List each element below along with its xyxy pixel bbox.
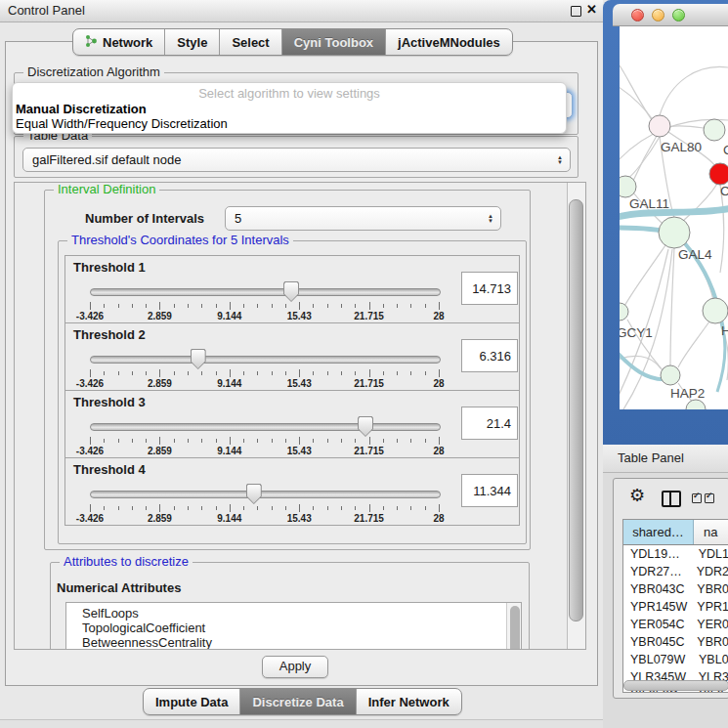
tab-cyni-toolbox[interactable]: Cyni Toolbox <box>281 29 385 55</box>
table-row[interactable]: YBR043CYBR0 <box>623 580 728 598</box>
table-row[interactable]: YDL19…YDL1 <box>623 545 728 563</box>
tab-select[interactable]: Select <box>219 29 280 55</box>
zoom-traffic-light-icon[interactable] <box>672 9 685 21</box>
table-cell[interactable]: YPR145W <box>623 598 691 616</box>
network-node[interactable] <box>620 303 628 321</box>
dropdown-option[interactable]: Manual Discretization <box>13 102 566 116</box>
table-cell[interactable]: YDL1 <box>693 545 728 563</box>
table-cell[interactable]: YDL19… <box>623 545 693 563</box>
gear-icon[interactable]: ⚙ <box>629 485 645 506</box>
dropdown-option[interactable]: Equal Width/Frequency Discretization <box>13 116 566 131</box>
table-data-combobox[interactable]: galFiltered.sif default node ▲▼ <box>22 148 571 172</box>
close-icon[interactable]: ✕ <box>586 2 597 17</box>
threshold-value-field[interactable]: 6.316 <box>461 339 518 372</box>
network-window-frame: GAL80GACGAL11GAL4GCY1HHAP2 <box>603 0 728 445</box>
node-table[interactable]: shared…na YDL19…YDL1YDR27…YDR2YBR043CYBR… <box>622 519 728 693</box>
checkbox-icon[interactable] <box>705 493 714 503</box>
table-cell[interactable]: YBR0 <box>691 633 728 651</box>
dropdown-options: Manual DiscretizationEqual Width/Frequen… <box>13 102 566 131</box>
network-edge[interactable] <box>678 321 709 367</box>
threshold-value-field[interactable]: 21.4 <box>461 407 518 440</box>
network-node[interactable] <box>686 400 706 409</box>
network-edge[interactable] <box>623 245 665 308</box>
slider-handle[interactable] <box>358 416 373 437</box>
table-cell[interactable]: YBR045C <box>623 633 691 651</box>
threshold-slider[interactable]: -3.4262.8599.14415.4321.71528 <box>90 281 439 322</box>
settings-scrollpane: Interval Definition Number of Intervals … <box>14 182 586 650</box>
network-node[interactable] <box>661 365 680 385</box>
network-edge[interactable] <box>627 137 660 179</box>
attribute-item[interactable]: SelfLoops <box>66 606 521 621</box>
network-edge[interactable] <box>660 66 728 115</box>
tab-infer-network[interactable]: Infer Network <box>356 689 461 714</box>
slider-track[interactable] <box>90 288 441 296</box>
tab-network[interactable]: Network <box>73 29 164 55</box>
threshold-coordinates-label: Threshold's Coordinates for 5 Intervals <box>67 234 293 247</box>
close-traffic-light-icon[interactable] <box>631 9 644 21</box>
network-node[interactable] <box>703 298 728 323</box>
threshold-slider[interactable]: -3.4262.8599.14415.4321.71528 <box>90 484 439 525</box>
threshold-value-field[interactable]: 11.344 <box>461 474 518 507</box>
network-node[interactable] <box>620 176 636 197</box>
float-window-icon[interactable] <box>571 6 581 17</box>
table-row[interactable]: YPR145WYPR1 <box>623 598 728 616</box>
num-intervals-combobox[interactable]: 5 ▲▼ <box>225 206 501 231</box>
network-highlight-edge[interactable] <box>717 329 725 392</box>
settings-scrollbar[interactable] <box>568 183 585 649</box>
attribute-item[interactable]: BetweennessCentrality <box>66 635 521 649</box>
columns-icon[interactable] <box>662 491 681 507</box>
slider-track[interactable] <box>90 423 441 431</box>
threshold-slider[interactable]: -3.4262.8599.14415.4321.71528 <box>90 416 439 457</box>
table-cell[interactable]: YBR043C <box>623 580 691 598</box>
horizontal-scrollbar-thumb[interactable] <box>623 680 728 691</box>
network-edge[interactable] <box>682 184 717 222</box>
threshold-value-field[interactable]: 14.713 <box>461 272 518 305</box>
tab-discretize-data[interactable]: Discretize Data <box>239 689 355 714</box>
network-node[interactable] <box>709 163 728 185</box>
table-cell[interactable]: YBR0 <box>691 580 728 598</box>
apply-button[interactable]: Apply <box>262 656 328 678</box>
table-cell[interactable]: YER0 <box>691 616 728 633</box>
table-cell[interactable]: YDR2 <box>691 563 728 580</box>
table-cell[interactable]: YBL079W <box>623 651 693 668</box>
slider-ticks <box>90 504 439 512</box>
table-cell[interactable]: YER054C <box>623 616 691 633</box>
table-panel-region: Table Panel ⚙ shared…na YDL19…YDL1YDR27…… <box>603 445 728 728</box>
slider-handle[interactable] <box>246 484 262 504</box>
list-scrollbar[interactable] <box>506 603 521 649</box>
numerical-attributes-list[interactable]: SelfLoopsTopologicalCoefficientBetweenne… <box>65 602 522 649</box>
slider-track[interactable] <box>90 356 441 364</box>
network-canvas[interactable]: GAL80GACGAL11GAL4GCY1HHAP2 <box>620 26 728 409</box>
table-cell[interactable]: YBL0 <box>693 651 728 668</box>
tab-style[interactable]: Style <box>164 29 219 55</box>
attribute-item[interactable]: TopologicalCoefficient <box>66 621 521 635</box>
network-node[interactable] <box>659 217 690 248</box>
table-cell[interactable]: YDR27… <box>623 563 691 580</box>
checkbox-icon[interactable] <box>692 493 702 503</box>
table-row[interactable]: YDR27…YDR2 <box>623 563 728 580</box>
table-cell[interactable]: YPR1 <box>691 598 728 616</box>
list-scrollbar-thumb[interactable] <box>510 606 520 649</box>
interval-definition-label: Interval Definition <box>54 183 159 196</box>
network-node[interactable] <box>704 119 725 141</box>
slider-handle[interactable] <box>191 349 206 369</box>
table-row[interactable]: YBL079WYBL0 <box>623 651 728 668</box>
threshold-slider[interactable]: -3.4262.8599.14415.4321.71528 <box>90 349 439 390</box>
table-data-groupbox: Table Data galFiltered.sif default node … <box>14 136 578 178</box>
slider-track[interactable] <box>90 491 441 498</box>
network-edge[interactable] <box>670 248 674 365</box>
slider-handle[interactable] <box>283 281 299 302</box>
column-header[interactable]: shared… <box>623 520 694 544</box>
table-row[interactable]: YBR045CYBR0 <box>623 633 728 651</box>
tab-jactivemnodules[interactable]: jActiveMNodules <box>385 29 512 55</box>
bottom-tabstrip: Impute DataDiscretize DataInfer Network <box>143 688 462 715</box>
table-row[interactable]: YER054CYER0 <box>623 616 728 633</box>
tab-impute-data[interactable]: Impute Data <box>144 689 239 714</box>
column-header[interactable]: na <box>694 520 728 544</box>
settings-scrollbar-thumb[interactable] <box>569 199 583 621</box>
minimize-traffic-light-icon[interactable] <box>652 9 664 21</box>
threshold-label: Threshold 1 <box>73 260 146 275</box>
network-window-titlebar[interactable] <box>613 4 728 26</box>
tab-label: Discretize Data <box>252 695 343 709</box>
network-node[interactable] <box>649 115 670 137</box>
